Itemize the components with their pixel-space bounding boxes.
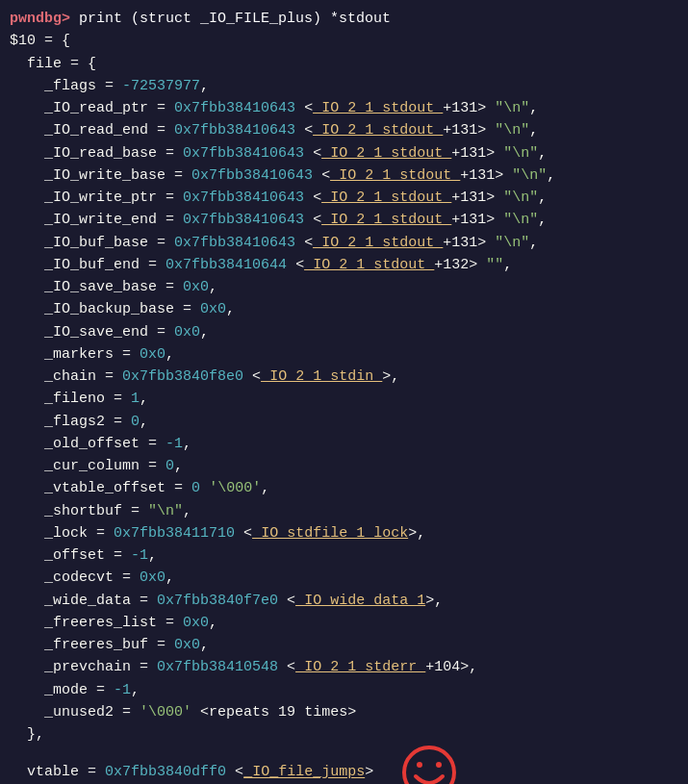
unused2-line: _unused2 = '\000' <repeats 19 times> (10, 701, 678, 723)
old-offset-line: _old_offset = -1, (10, 433, 678, 455)
file-close-line: }, (10, 723, 678, 746)
chain-line: _chain = 0x7fbb3840f8e0 <_IO_2_1_stdin_>… (10, 366, 678, 388)
terminal: pwndbg> print (struct _IO_FILE_plus) *st… (0, 0, 688, 784)
prevchain-line: _prevchain = 0x7fbb38410548 <_IO_2_1_std… (10, 656, 678, 678)
io-write-end-line: _IO_write_end = 0x7fbb38410643 <_IO_2_1_… (10, 209, 678, 231)
cur-column-line: _cur_column = 0, (10, 455, 678, 477)
svg-point-2 (436, 762, 442, 768)
mode-line: _mode = -1, (10, 679, 678, 701)
io-read-end-line: _IO_read_end = 0x7fbb38410643 <_IO_2_1_s… (10, 119, 678, 141)
fileno-line: _fileno = 1, (10, 388, 678, 410)
flags-line: _flags = -72537977, (10, 75, 678, 97)
offset-line: _offset = -1, (10, 544, 678, 567)
smiley-icon (391, 746, 468, 784)
codecvt-line: _codecvt = 0x0, (10, 567, 678, 589)
var-assign-line: $10 = { (10, 30, 678, 52)
file-open-line: file = { (10, 53, 678, 75)
markers-line: _markers = 0x0, (10, 343, 678, 366)
flags2-line: _flags2 = 0, (10, 411, 678, 433)
freeres-list-line: _freeres_list = 0x0, (10, 612, 678, 634)
prompt: pwndbg> (10, 11, 70, 27)
vtable-line: vtable = 0x7fbb3840dff0 <_IO_file_jumps> (10, 746, 678, 784)
io-buf-end-line: _IO_buf_end = 0x7fbb38410644 <_IO_2_1_st… (10, 254, 678, 276)
io-read-ptr-line: _IO_read_ptr = 0x7fbb38410643 <_IO_2_1_s… (10, 97, 678, 119)
vtable-offset-line: _vtable_offset = 0 '\000', (10, 477, 678, 499)
prompt-line: pwndbg> print (struct _IO_FILE_plus) *st… (10, 8, 678, 30)
command: print (struct _IO_FILE_plus) *stdout (70, 11, 391, 27)
io-write-ptr-line: _IO_write_ptr = 0x7fbb38410643 <_IO_2_1_… (10, 187, 678, 209)
io-save-end-line: _IO_save_end = 0x0, (10, 321, 678, 343)
io-read-base-line: _IO_read_base = 0x7fbb38410643 <_IO_2_1_… (10, 142, 678, 164)
io-backup-base-line: _IO_backup_base = 0x0, (10, 298, 678, 320)
io-write-base-line: _IO_write_base = 0x7fbb38410643 <_IO_2_1… (10, 164, 678, 187)
svg-point-0 (404, 747, 454, 784)
freeres-buf-line: _freeres_buf = 0x0, (10, 634, 678, 656)
io-buf-base-line: _IO_buf_base = 0x7fbb38410643 <_IO_2_1_s… (10, 232, 678, 254)
shortbuf-line: _shortbuf = "\n", (10, 500, 678, 522)
svg-point-1 (417, 762, 422, 768)
wide-data-line: _wide_data = 0x7fbb3840f7e0 <_IO_wide_da… (10, 590, 678, 612)
io-save-base-line: _IO_save_base = 0x0, (10, 276, 678, 298)
lock-line: _lock = 0x7fbb38411710 <_IO_stdfile_1_lo… (10, 522, 678, 544)
